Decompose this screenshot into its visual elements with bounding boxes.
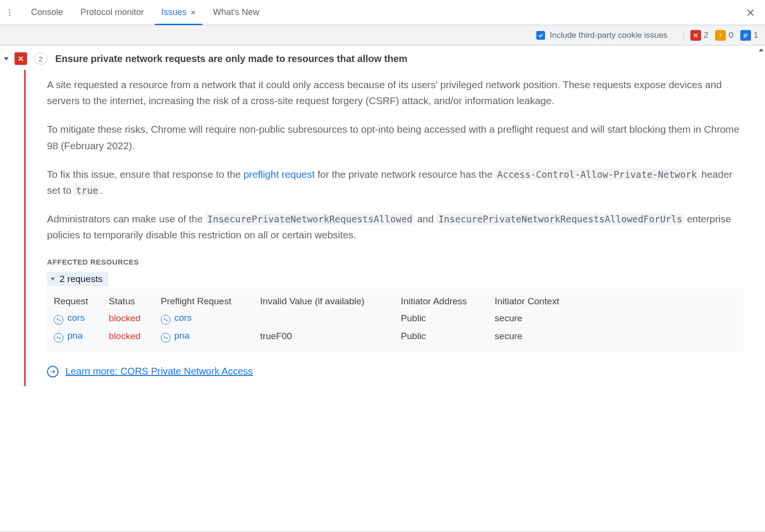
initiator-context: secure — [495, 310, 587, 328]
code-header-name: Access-Control-Allow-Private-Network — [495, 169, 699, 180]
col-status: Status — [109, 293, 161, 310]
code-header-value: true — [74, 185, 100, 196]
svg-rect-6 — [743, 36, 746, 37]
preflight-link[interactable]: pna — [174, 330, 190, 341]
preflight-link[interactable]: cors — [174, 313, 192, 323]
svg-rect-5 — [743, 35, 747, 36]
code-policy-name: InsecurePrivateNetworkRequestsAllowed — [205, 213, 414, 225]
invalid-value: trueF00 — [260, 328, 401, 345]
warning-count: 0 — [729, 31, 733, 40]
issue-paragraph: To mitigate these risks, Chrome will req… — [47, 121, 744, 153]
tab-label: Console — [31, 7, 63, 17]
drawer-tabbar: Console Protocol monitor Issues × What's… — [0, 0, 765, 25]
tab-issues[interactable]: Issues × — [153, 0, 204, 25]
svg-rect-4 — [743, 34, 747, 34]
error-icon — [15, 52, 27, 65]
table-row: pna blocked pna trueF00 Public secure — [54, 328, 587, 345]
col-initiator-addr: Initiator Address — [401, 293, 495, 310]
initiator-address: Public — [401, 310, 495, 328]
tab-console[interactable]: Console — [22, 0, 72, 25]
requests-count-label: 2 requests — [60, 274, 103, 284]
invalid-value — [260, 310, 401, 328]
tab-protocol-monitor[interactable]: Protocol monitor — [72, 0, 153, 25]
issue-count-pill: 2 — [34, 53, 47, 64]
request-link[interactable]: cors — [67, 313, 85, 323]
info-count: 1 — [754, 31, 758, 40]
separator — [683, 30, 684, 41]
table-header-row: Request Status Preflight Request Invalid… — [54, 293, 587, 310]
learn-more-link[interactable]: Learn more: CORS Private Network Access — [47, 366, 744, 377]
third-party-cookies-label: Include third-party cookie issues — [550, 31, 668, 40]
close-drawer-button[interactable] — [743, 5, 758, 20]
svg-point-0 — [9, 9, 11, 11]
network-icon — [54, 315, 63, 325]
arrow-right-circle-icon — [47, 366, 59, 377]
col-initiator-ctx: Initiator Context — [495, 293, 587, 310]
col-invalid: Invalid Value (if available) — [260, 293, 401, 310]
network-icon — [161, 315, 171, 325]
issue-paragraph: To fix this issue, ensure that response … — [47, 166, 744, 198]
tab-label: What's New — [213, 7, 259, 17]
svg-point-3 — [720, 36, 721, 37]
disclosure-triangle-icon — [51, 278, 55, 281]
code-policy-name: InsecurePrivateNetworkRequestsAllowedFor… — [437, 213, 684, 225]
issues-toolbar: Include third-party cookie issues 2 0 1 — [0, 25, 765, 46]
info-badge-icon[interactable] — [740, 30, 751, 41]
requests-table: Request Status Preflight Request Invalid… — [47, 288, 744, 352]
kebab-menu-icon[interactable] — [4, 7, 16, 18]
issue-title: Ensure private network requests are only… — [55, 53, 407, 64]
col-preflight: Preflight Request — [161, 293, 260, 310]
col-request: Request — [54, 293, 109, 310]
close-icon[interactable]: × — [190, 8, 196, 17]
issue-body: A site requested a resource from a netwo… — [24, 70, 763, 386]
issue-header[interactable]: 2 Ensure private network requests are on… — [3, 46, 763, 70]
preflight-request-link[interactable]: preflight request — [244, 169, 315, 180]
scroll-up-arrow-icon[interactable] — [759, 48, 764, 51]
initiator-context: secure — [495, 328, 587, 345]
svg-point-1 — [9, 12, 11, 13]
request-link[interactable]: pna — [67, 330, 83, 341]
error-count: 2 — [704, 31, 708, 40]
learn-more-label: Learn more: CORS Private Network Access — [65, 366, 253, 377]
issue-paragraph: Administrators can make use of the Insec… — [47, 211, 744, 243]
initiator-address: Public — [401, 328, 495, 345]
network-icon — [54, 333, 63, 343]
tab-whats-new[interactable]: What's New — [204, 0, 268, 25]
disclosure-triangle-icon[interactable] — [4, 57, 9, 61]
network-icon — [161, 333, 171, 343]
tab-label: Protocol monitor — [80, 7, 144, 17]
warning-badge-icon[interactable] — [715, 30, 726, 41]
issues-panel: 2 Ensure private network requests are on… — [0, 46, 765, 532]
issue-paragraph: A site requested a resource from a netwo… — [47, 77, 744, 109]
svg-point-2 — [9, 14, 11, 16]
table-row: cors blocked cors Public secure — [54, 310, 587, 328]
affected-resources-label: AFFECTED RESOURCES — [47, 258, 744, 266]
third-party-cookies-checkbox[interactable] — [536, 31, 545, 40]
tab-label: Issues — [161, 7, 187, 17]
status-value: blocked — [109, 331, 141, 341]
requests-disclosure[interactable]: 2 requests — [47, 272, 109, 286]
status-value: blocked — [109, 313, 141, 323]
error-badge-icon[interactable] — [690, 30, 701, 41]
